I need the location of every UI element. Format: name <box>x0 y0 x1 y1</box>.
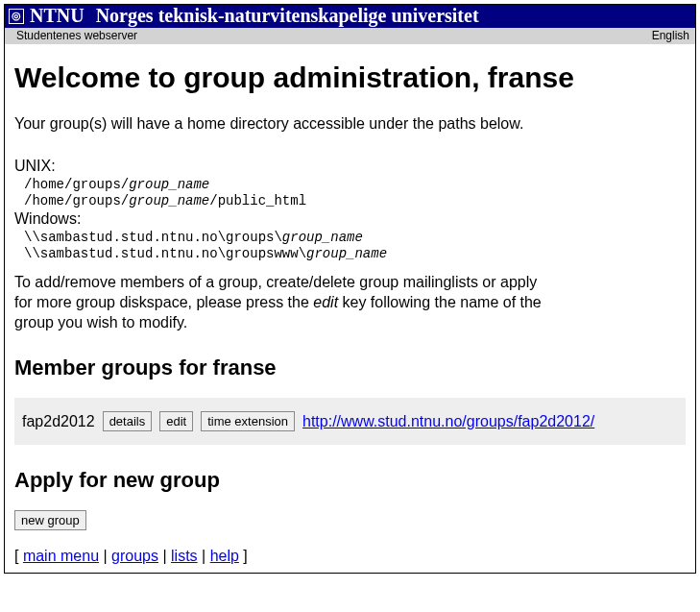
time-extension-button[interactable]: time extension <box>201 411 295 431</box>
group-name: fap2d2012 <box>22 413 95 430</box>
page-title: Welcome to group administration, franse <box>14 61 686 94</box>
subbar-left-link[interactable]: Studentenes webserver <box>16 29 137 42</box>
details-button[interactable]: details <box>103 411 153 431</box>
paths-block: UNIX: /home/groups/group_name /home/grou… <box>14 158 686 261</box>
unix-label: UNIX: <box>14 158 686 175</box>
footer-lists[interactable]: lists <box>171 548 198 564</box>
edit-button[interactable]: edit <box>159 411 193 431</box>
intro-text: Your group(s) will have a home directory… <box>14 115 686 133</box>
footer-links: [ main menu | groups | lists | help ] <box>14 548 686 565</box>
unix-path-1: /home/groups/group_name <box>24 177 686 192</box>
instructions: To add/remove members of a group, create… <box>14 273 552 332</box>
content: Welcome to group administration, franse … <box>5 44 695 573</box>
page-container: ◎ NTNU Norges teknisk-naturvitenskapelig… <box>4 4 696 574</box>
banner-title: Norges teknisk-naturvitenskapelige unive… <box>96 5 479 27</box>
unix-path-2: /home/groups/group_name/public_html <box>24 193 686 208</box>
win-path-2: \\sambastud.stud.ntnu.no\groupswww\group… <box>24 246 686 261</box>
footer-main-menu[interactable]: main menu <box>23 548 99 564</box>
group-url-link[interactable]: http://www.stud.ntnu.no/groups/fap2d2012… <box>302 413 594 430</box>
ntnu-logo-icon: ◎ <box>9 9 24 24</box>
new-group-button[interactable]: new group <box>14 510 86 530</box>
subbar: Studentenes webserver English <box>5 28 695 44</box>
banner: ◎ NTNU Norges teknisk-naturvitenskapelig… <box>5 5 695 28</box>
apply-heading: Apply for new group <box>14 468 686 493</box>
windows-label: Windows: <box>14 210 686 228</box>
banner-brand: NTNU <box>30 5 84 27</box>
footer-groups[interactable]: groups <box>111 548 158 564</box>
member-groups-heading: Member groups for franse <box>14 355 686 380</box>
group-row: fap2d2012 details edit time extension ht… <box>14 398 686 445</box>
language-link[interactable]: English <box>652 29 689 42</box>
win-path-1: \\sambastud.stud.ntnu.no\groups\group_na… <box>24 230 686 245</box>
footer-help[interactable]: help <box>210 548 239 564</box>
